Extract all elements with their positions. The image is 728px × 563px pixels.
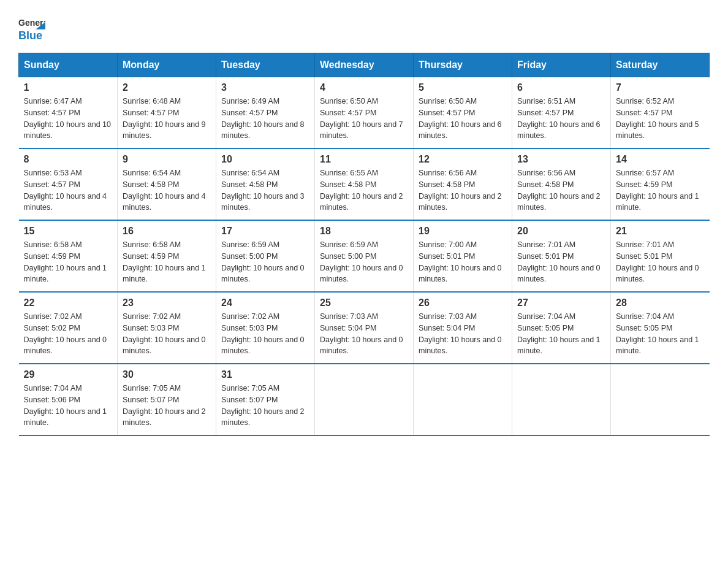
day-info: Sunrise: 6:47 AMSunset: 4:57 PMDaylight:… <box>24 96 113 142</box>
day-info: Sunrise: 6:53 AMSunset: 4:57 PMDaylight:… <box>24 167 113 213</box>
day-number: 21 <box>616 226 705 237</box>
day-info: Sunrise: 6:48 AMSunset: 4:57 PMDaylight:… <box>123 96 211 142</box>
week-row-3: 15Sunrise: 6:58 AMSunset: 4:59 PMDayligh… <box>19 220 710 292</box>
day-number: 9 <box>123 154 211 165</box>
day-info: Sunrise: 6:55 AMSunset: 4:58 PMDaylight:… <box>320 167 408 213</box>
day-info: Sunrise: 6:54 AMSunset: 4:58 PMDaylight:… <box>123 167 211 213</box>
day-number: 2 <box>123 82 211 93</box>
day-info: Sunrise: 6:54 AMSunset: 4:58 PMDaylight:… <box>221 167 309 213</box>
day-number: 15 <box>24 226 113 237</box>
day-cell: 18Sunrise: 6:59 AMSunset: 5:00 PMDayligh… <box>315 220 414 292</box>
day-cell: 1Sunrise: 6:47 AMSunset: 4:57 PMDaylight… <box>19 77 118 149</box>
day-number: 19 <box>419 226 507 237</box>
day-cell: 29Sunrise: 7:04 AMSunset: 5:06 PMDayligh… <box>19 364 118 435</box>
day-info: Sunrise: 6:52 AMSunset: 4:57 PMDaylight:… <box>616 96 705 142</box>
day-cell: 6Sunrise: 6:51 AMSunset: 4:57 PMDaylight… <box>512 77 611 149</box>
day-info: Sunrise: 6:49 AMSunset: 4:57 PMDaylight:… <box>221 96 309 142</box>
day-number: 10 <box>221 154 309 165</box>
day-cell: 23Sunrise: 7:02 AMSunset: 5:03 PMDayligh… <box>118 292 216 364</box>
day-number: 12 <box>419 154 507 165</box>
day-cell: 28Sunrise: 7:04 AMSunset: 5:05 PMDayligh… <box>611 292 710 364</box>
day-cell: 14Sunrise: 6:57 AMSunset: 4:59 PMDayligh… <box>611 148 710 220</box>
day-cell: 21Sunrise: 7:01 AMSunset: 5:01 PMDayligh… <box>611 220 710 292</box>
day-cell: 20Sunrise: 7:01 AMSunset: 5:01 PMDayligh… <box>512 220 611 292</box>
col-header-monday: Monday <box>118 53 216 77</box>
day-number: 25 <box>320 297 408 308</box>
day-info: Sunrise: 6:56 AMSunset: 4:58 PMDaylight:… <box>517 167 605 213</box>
day-info: Sunrise: 7:00 AMSunset: 5:01 PMDaylight:… <box>419 239 507 285</box>
svg-text:Blue: Blue <box>18 29 42 42</box>
day-cell: 5Sunrise: 6:50 AMSunset: 4:57 PMDaylight… <box>414 77 512 149</box>
day-info: Sunrise: 6:50 AMSunset: 4:57 PMDaylight:… <box>419 96 507 142</box>
day-cell: 26Sunrise: 7:03 AMSunset: 5:04 PMDayligh… <box>414 292 512 364</box>
day-cell: 24Sunrise: 7:02 AMSunset: 5:03 PMDayligh… <box>216 292 315 364</box>
day-cell: 3Sunrise: 6:49 AMSunset: 4:57 PMDaylight… <box>216 77 315 149</box>
day-info: Sunrise: 6:50 AMSunset: 4:57 PMDaylight:… <box>320 96 408 142</box>
day-cell <box>611 364 710 435</box>
day-number: 11 <box>320 154 408 165</box>
day-info: Sunrise: 7:01 AMSunset: 5:01 PMDaylight:… <box>616 239 705 285</box>
day-info: Sunrise: 6:51 AMSunset: 4:57 PMDaylight:… <box>517 96 605 142</box>
day-cell: 4Sunrise: 6:50 AMSunset: 4:57 PMDaylight… <box>315 77 414 149</box>
day-info: Sunrise: 7:01 AMSunset: 5:01 PMDaylight:… <box>517 239 605 285</box>
day-info: Sunrise: 7:04 AMSunset: 5:05 PMDaylight:… <box>517 311 605 357</box>
day-info: Sunrise: 7:03 AMSunset: 5:04 PMDaylight:… <box>419 311 507 357</box>
day-number: 18 <box>320 226 408 237</box>
day-cell <box>315 364 414 435</box>
day-cell: 11Sunrise: 6:55 AMSunset: 4:58 PMDayligh… <box>315 148 414 220</box>
week-row-1: 1Sunrise: 6:47 AMSunset: 4:57 PMDaylight… <box>19 77 710 149</box>
col-header-wednesday: Wednesday <box>315 53 414 77</box>
day-number: 24 <box>221 297 309 308</box>
day-info: Sunrise: 6:56 AMSunset: 4:58 PMDaylight:… <box>419 167 507 213</box>
week-row-5: 29Sunrise: 7:04 AMSunset: 5:06 PMDayligh… <box>19 364 710 435</box>
day-number: 4 <box>320 82 408 93</box>
day-number: 6 <box>517 82 605 93</box>
day-cell: 13Sunrise: 6:56 AMSunset: 4:58 PMDayligh… <box>512 148 611 220</box>
day-cell: 9Sunrise: 6:54 AMSunset: 4:58 PMDaylight… <box>118 148 216 220</box>
day-number: 7 <box>616 82 705 93</box>
day-cell: 16Sunrise: 6:58 AMSunset: 4:59 PMDayligh… <box>118 220 216 292</box>
day-cell: 30Sunrise: 7:05 AMSunset: 5:07 PMDayligh… <box>118 364 216 435</box>
day-cell: 7Sunrise: 6:52 AMSunset: 4:57 PMDaylight… <box>611 77 710 149</box>
day-cell: 2Sunrise: 6:48 AMSunset: 4:57 PMDaylight… <box>118 77 216 149</box>
day-cell: 25Sunrise: 7:03 AMSunset: 5:04 PMDayligh… <box>315 292 414 364</box>
col-header-saturday: Saturday <box>611 53 710 77</box>
day-number: 5 <box>419 82 507 93</box>
day-info: Sunrise: 7:04 AMSunset: 5:06 PMDaylight:… <box>24 383 113 429</box>
day-cell <box>512 364 611 435</box>
calendar-table: SundayMondayTuesdayWednesdayThursdayFrid… <box>18 53 710 436</box>
day-cell: 27Sunrise: 7:04 AMSunset: 5:05 PMDayligh… <box>512 292 611 364</box>
day-number: 28 <box>616 297 705 308</box>
col-header-friday: Friday <box>512 53 611 77</box>
day-number: 16 <box>123 226 211 237</box>
day-info: Sunrise: 7:04 AMSunset: 5:05 PMDaylight:… <box>616 311 705 357</box>
day-info: Sunrise: 7:05 AMSunset: 5:07 PMDaylight:… <box>221 383 309 429</box>
logo: General Blue <box>18 12 45 42</box>
day-number: 26 <box>419 297 507 308</box>
page-header: General Blue <box>18 12 710 42</box>
col-header-thursday: Thursday <box>414 53 512 77</box>
col-header-tuesday: Tuesday <box>216 53 315 77</box>
day-info: Sunrise: 7:02 AMSunset: 5:03 PMDaylight:… <box>221 311 309 357</box>
day-number: 22 <box>24 297 113 308</box>
col-header-sunday: Sunday <box>19 53 118 77</box>
day-number: 20 <box>517 226 605 237</box>
day-cell: 12Sunrise: 6:56 AMSunset: 4:58 PMDayligh… <box>414 148 512 220</box>
day-number: 1 <box>24 82 113 93</box>
day-cell: 10Sunrise: 6:54 AMSunset: 4:58 PMDayligh… <box>216 148 315 220</box>
day-info: Sunrise: 6:59 AMSunset: 5:00 PMDaylight:… <box>320 239 408 285</box>
day-number: 31 <box>221 369 309 380</box>
day-info: Sunrise: 6:57 AMSunset: 4:59 PMDaylight:… <box>616 167 705 213</box>
day-number: 27 <box>517 297 605 308</box>
day-cell: 15Sunrise: 6:58 AMSunset: 4:59 PMDayligh… <box>19 220 118 292</box>
day-cell: 31Sunrise: 7:05 AMSunset: 5:07 PMDayligh… <box>216 364 315 435</box>
day-info: Sunrise: 7:03 AMSunset: 5:04 PMDaylight:… <box>320 311 408 357</box>
week-row-2: 8Sunrise: 6:53 AMSunset: 4:57 PMDaylight… <box>19 148 710 220</box>
day-number: 14 <box>616 154 705 165</box>
day-number: 8 <box>24 154 113 165</box>
day-number: 13 <box>517 154 605 165</box>
day-number: 17 <box>221 226 309 237</box>
header-row: SundayMondayTuesdayWednesdayThursdayFrid… <box>19 53 710 77</box>
day-cell: 8Sunrise: 6:53 AMSunset: 4:57 PMDaylight… <box>19 148 118 220</box>
day-cell: 22Sunrise: 7:02 AMSunset: 5:02 PMDayligh… <box>19 292 118 364</box>
